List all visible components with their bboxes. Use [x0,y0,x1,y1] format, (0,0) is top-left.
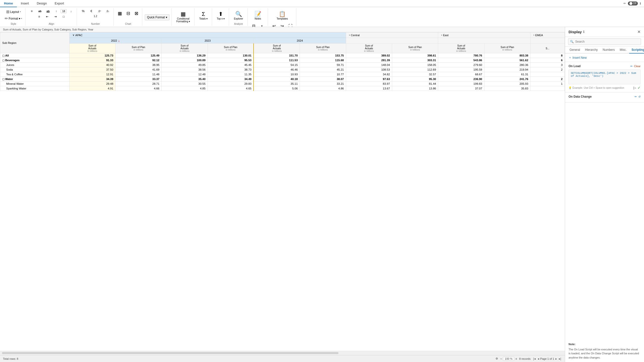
east-region-header[interactable]: › East [438,33,530,38]
chart-type-1[interactable]: ▦ [116,10,124,17]
cell-apac_2023_plan: 11.35 [208,72,254,77]
cell-east_actuals: 195.59 [438,67,484,72]
zoom-in-button[interactable]: + [515,357,517,361]
cell-central_actuals: 83.97 [346,82,392,86]
font-size-input[interactable]: 18 [60,9,66,13]
tab-general[interactable]: General [567,47,583,54]
emea-region-header[interactable]: › EMEA [530,33,565,38]
first-page-button[interactable]: |◂ [532,357,536,361]
edit-icon[interactable]: ✏ [624,2,626,5]
on-load-clear-button[interactable]: Clear [634,65,640,68]
indent-right-button[interactable]: ⇥ [52,14,59,19]
right-panel-header: Display ℹ ✕ [565,27,644,37]
on-load-editor[interactable]: SETCOLUMNSORT(COLUMNS.[APAC > 2022 > Sum… [568,69,640,84]
topn-button[interactable]: ⬆ Top n ▾ [214,10,227,21]
apac-region-header[interactable]: ∨ APAC [69,33,346,38]
table-area[interactable]: Sub Region ∨ APAC › [0,32,565,351]
cell-apac_2024_plan: 4.86 [300,86,346,91]
cell-apac_2024_plan: 153.75 [300,53,346,58]
apac-expand-icon[interactable]: ∨ [72,34,74,37]
ribbon-group-chart: ▦ ⊟ ⊠ Chart [114,8,142,26]
prev-page-button[interactable]: ◂ [537,357,540,361]
last-page-button[interactable]: ▸| [558,357,562,361]
number-group-label: Number [91,23,100,25]
on-data-change-title: On Data Change [568,95,592,98]
quickformat-button[interactable]: Quick Format ▾ [145,14,169,20]
sort-arrow[interactable]: ↓ [118,39,120,43]
row-label: Soda [0,67,70,72]
central-label: Central [351,34,360,37]
tab-scripting[interactable]: Scripting [629,47,644,54]
cell-east_actuals: 543.86 [438,58,484,63]
on-data-change-edit-button[interactable]: ✏ [634,95,637,98]
zoom-out-button[interactable]: − [500,357,502,361]
cell-apac_2022_actuals: 91.33 [69,58,115,63]
align-left-button[interactable]: ≡ [28,9,36,14]
notes-button[interactable]: 📝 Notes [252,10,264,21]
font-size-up[interactable]: ↑ [52,9,60,13]
tab-hierarchy[interactable]: Hierarchy [583,47,600,54]
cell-east_plan: 35.83 [484,86,530,91]
cell-emea_val: 3 [530,63,565,67]
totals-content: Σ Totals ▾ [197,9,210,25]
tab-numbers[interactable]: Numbers [600,47,617,54]
templates-button[interactable]: 📋 Templates [274,10,290,21]
emea-expand-icon[interactable]: › [534,34,534,36]
search-input[interactable] [568,38,641,45]
on-load-edit-button[interactable]: ✏ [630,65,632,68]
table-row: ▢All125.73125.49136.29130.01151.70153.75… [0,53,565,58]
cell-central_actuals: 148.04 [346,63,392,67]
insert-new-button[interactable]: ＋ Insert New [565,54,644,62]
percent-button[interactable]: % [80,9,87,14]
explorer-button[interactable]: 🔍 Explorer [232,10,245,21]
zoom-level[interactable]: 100 % [503,357,514,361]
on-data-change-refresh-button[interactable]: ↺ [638,95,640,98]
layout-button[interactable]: ⊞ Layout ▾ [5,9,22,15]
script-check-button[interactable]: ✓ [638,86,640,90]
text-normal-button[interactable]: ab [36,9,44,13]
info-icon[interactable]: ℹ [640,2,641,5]
ribbon-group-quickformat: Quick Format ▾ [143,8,172,26]
chart-type-2[interactable]: ⊟ [124,10,132,17]
text-bold-button[interactable]: ab [44,9,52,13]
decimal-down-button[interactable]: .0↓ [104,9,111,14]
format-button[interactable]: ✏ Format ▾ ▾ [4,15,23,22]
search-wrapper: 🔍 [568,38,641,45]
currency-button[interactable]: € [88,9,95,14]
next-page-button[interactable]: ▸ [555,357,558,361]
east-expand-icon[interactable]: › [441,34,442,36]
totals-button[interactable]: Σ Totals ▾ [197,10,210,21]
border-button[interactable]: □ [60,14,67,19]
cell-apac_2022_actuals: 125.73 [69,53,115,58]
cell-central_plan: 95.30 [392,77,438,82]
decimal-up-button[interactable]: .0⁺ [96,9,103,14]
tab-home[interactable]: Home [0,0,17,7]
cell-central_plan: 112.69 [392,67,438,72]
tab-design[interactable]: Design [33,0,51,7]
topn-icon: ⬆ [218,11,223,17]
font-size-down[interactable]: ↓ [67,9,75,13]
horizontal-scrollbar[interactable] [2,352,338,354]
conditional-button[interactable]: ▦ ConditionalFormatting ▾ [174,10,192,24]
horizontal-scrollbar-area[interactable] [0,351,565,355]
toggle-off[interactable]: Off [628,2,638,6]
panel-close-button[interactable]: ✕ [637,30,640,34]
chart-type-3[interactable]: ⊠ [132,10,140,17]
number-format-button[interactable]: 1.2 [92,14,99,18]
align-center-button[interactable]: ≡ [36,14,43,19]
format-icon: ✏ [5,16,8,21]
hint-icon: 💡 [568,86,572,89]
tab-misc[interactable]: Misc. [617,47,629,54]
indent-left-button[interactable]: ⇤ [44,14,51,19]
panel-title-info[interactable]: ℹ [583,30,584,34]
cell-apac_2024_actuals: 46.46 [254,67,300,72]
cell-apac_2023_actuals: 100.89 [162,58,208,63]
tab-export[interactable]: Export [51,0,68,7]
script-run-button[interactable]: ▷ [633,86,636,90]
tab-insert[interactable]: Insert [17,0,33,7]
cell-apac_2024_actuals: 5.06 [254,86,300,91]
settings-icon[interactable]: ⚙ [496,357,498,360]
central-expand-icon[interactable]: › [349,34,350,36]
templates-label: Templates [276,17,288,20]
central-region-header[interactable]: › Central [346,33,438,38]
